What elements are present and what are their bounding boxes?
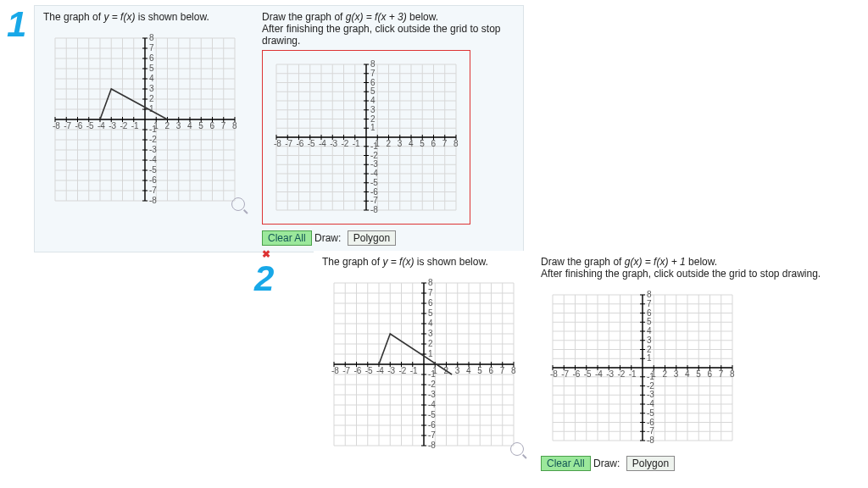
text: is shown below.	[135, 11, 209, 23]
svg-text:3: 3	[674, 369, 679, 379]
svg-text:7: 7	[221, 121, 226, 130]
svg-text:8: 8	[428, 278, 433, 287]
svg-text:2: 2	[428, 339, 433, 348]
p1-draw-area[interactable]: -8-7-6-5-4-3-2-112345678-8-7-6-5-4-3-2-1…	[262, 50, 470, 225]
svg-text:4: 4	[466, 366, 471, 375]
svg-text:7: 7	[428, 288, 433, 297]
svg-text:8: 8	[647, 290, 652, 299]
svg-text:-8: -8	[53, 121, 60, 130]
svg-text:3: 3	[176, 121, 181, 130]
svg-text:-4: -4	[97, 121, 105, 130]
svg-text:5: 5	[370, 86, 376, 96]
svg-text:-2: -2	[370, 151, 378, 160]
svg-text:-3: -3	[387, 366, 395, 375]
p2-given-graph: -8-7-6-5-4-3-2-112345678-8-7-6-5-4-3-2-1…	[322, 271, 526, 458]
svg-text:8: 8	[453, 139, 459, 148]
clear-all-button[interactable]: Clear All	[541, 456, 591, 471]
svg-text:8: 8	[149, 33, 154, 42]
svg-text:-8: -8	[370, 205, 378, 214]
svg-text:8: 8	[370, 59, 376, 69]
svg-text:-8: -8	[274, 139, 281, 148]
text: The graph of	[43, 11, 103, 23]
draw-tool-select[interactable]: Polygon	[626, 456, 675, 471]
svg-text:-1: -1	[353, 139, 360, 148]
p2-left-prompt: The graph of y = f(x) is shown below.	[322, 256, 526, 268]
magnify-icon[interactable]	[231, 197, 245, 211]
svg-text:-6: -6	[428, 420, 436, 430]
p1-left-prompt: The graph of y = f(x) is shown below.	[43, 11, 247, 23]
svg-text:-6: -6	[354, 366, 362, 375]
problem-2-panel: The graph of y = f(x) is shown below. -8…	[314, 251, 868, 480]
svg-text:-5: -5	[86, 121, 94, 130]
svg-text:-6: -6	[647, 418, 654, 427]
svg-text:-8: -8	[149, 196, 157, 205]
svg-text:3: 3	[455, 366, 460, 375]
svg-text:6: 6	[210, 121, 215, 130]
p1-given-graph: -8-7-6-5-4-3-2-112345678-8-7-6-5-4-3-2-1…	[43, 26, 247, 213]
svg-text:-2: -2	[618, 369, 626, 379]
svg-text:4: 4	[149, 74, 154, 83]
problem-number-1: 1	[7, 7, 26, 42]
svg-text:-3: -3	[370, 159, 378, 169]
svg-text:1: 1	[647, 353, 652, 363]
svg-text:-1: -1	[131, 121, 139, 130]
svg-text:3: 3	[428, 329, 433, 338]
svg-text:2: 2	[165, 121, 170, 130]
draw-tool-select[interactable]: Polygon	[348, 230, 396, 246]
svg-text:-5: -5	[308, 139, 315, 148]
svg-text:-6: -6	[75, 121, 83, 130]
svg-text:-2: -2	[120, 121, 128, 130]
clear-all-button[interactable]: Clear All	[262, 230, 312, 246]
svg-text:6: 6	[489, 366, 494, 375]
svg-text:-6: -6	[370, 187, 378, 197]
svg-text:4: 4	[647, 326, 652, 336]
svg-text:-4: -4	[376, 366, 384, 375]
svg-text:-5: -5	[370, 178, 378, 187]
svg-text:2: 2	[149, 94, 154, 103]
text: is shown below.	[414, 256, 487, 268]
hint-text: After finishing the graph, click outside…	[541, 268, 821, 280]
svg-text:5: 5	[647, 317, 652, 326]
svg-text:-2: -2	[647, 381, 654, 391]
svg-text:-3: -3	[428, 390, 436, 399]
svg-text:2: 2	[647, 345, 652, 354]
problem-1-panel: The graph of y = f(x) is shown below. -8…	[34, 5, 524, 252]
svg-text:5: 5	[420, 139, 425, 148]
equation: y = f(x)	[103, 11, 135, 23]
svg-text:7: 7	[500, 366, 505, 375]
svg-text:-4: -4	[319, 139, 326, 148]
svg-text:8: 8	[232, 121, 237, 130]
svg-text:5: 5	[428, 308, 433, 318]
svg-text:6: 6	[708, 369, 713, 379]
svg-text:8: 8	[511, 366, 516, 375]
svg-text:3: 3	[647, 336, 652, 345]
svg-text:6: 6	[647, 308, 652, 318]
svg-text:3: 3	[149, 84, 154, 93]
text: Draw the graph of	[262, 11, 346, 23]
text: Draw the graph of	[541, 256, 625, 268]
equation: g(x) = f(x + 3)	[346, 11, 407, 23]
svg-text:-1: -1	[410, 366, 418, 375]
svg-text:-4: -4	[428, 400, 436, 409]
svg-text:6: 6	[431, 139, 437, 148]
svg-text:8: 8	[730, 369, 735, 379]
svg-text:2: 2	[663, 369, 668, 379]
svg-text:-3: -3	[330, 139, 337, 148]
svg-text:-4: -4	[370, 169, 378, 178]
svg-text:5: 5	[477, 366, 482, 375]
svg-text:4: 4	[187, 121, 192, 130]
svg-text:-7: -7	[342, 366, 350, 375]
svg-text:1: 1	[428, 349, 433, 358]
svg-text:-1: -1	[629, 369, 637, 379]
p2-draw-area[interactable]: -8-7-6-5-4-3-2-112345678-8-7-6-5-4-3-2-1…	[541, 283, 821, 452]
svg-text:-5: -5	[584, 369, 592, 379]
svg-text:6: 6	[370, 78, 376, 87]
svg-text:-7: -7	[64, 121, 71, 130]
svg-text:-6: -6	[149, 175, 157, 185]
p2-right-prompt: Draw the graph of g(x) = f(x) + 1 below.…	[541, 256, 821, 280]
equation: y = f(x)	[382, 256, 414, 268]
svg-text:-8: -8	[550, 369, 558, 379]
magnify-icon[interactable]	[510, 442, 524, 456]
equation: g(x) = f(x) + 1	[625, 256, 686, 268]
svg-text:-6: -6	[573, 369, 581, 379]
